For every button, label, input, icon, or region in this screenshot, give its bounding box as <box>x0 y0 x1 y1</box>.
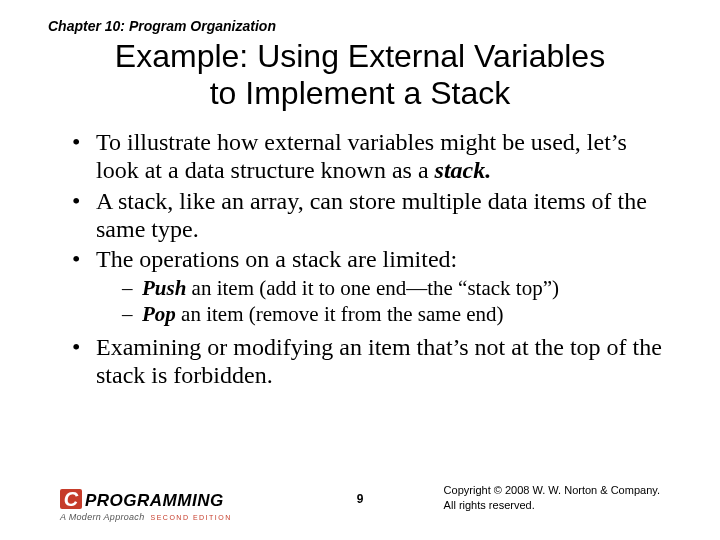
bullet-text: A stack, like an array, can store multip… <box>96 188 647 242</box>
slide-body: To illustrate how external variables mig… <box>68 128 668 392</box>
bullet-emphasis: stack. <box>435 157 492 183</box>
bullet-item: Examining or modifying an item that’s no… <box>68 333 668 390</box>
sub-bullet-list: Push an item (add it to one end—the “sta… <box>96 276 668 328</box>
bullet-text: Examining or modifying an item that’s no… <box>96 334 662 388</box>
sub-bullet-text: an item (add it to one end—the “stack to… <box>186 276 559 300</box>
bullet-item: The operations on a stack are limited: P… <box>68 245 668 327</box>
sub-bullet-item: Pop an item (remove it from the same end… <box>122 302 668 327</box>
sub-bullet-text: an item (remove it from the same end) <box>176 302 504 326</box>
bullet-item: To illustrate how external variables mig… <box>68 128 668 185</box>
bullet-list: To illustrate how external variables mig… <box>68 128 668 390</box>
copyright: Copyright © 2008 W. W. Norton & Company.… <box>444 483 660 512</box>
sub-bullet-emphasis: Pop <box>142 302 176 326</box>
sub-bullet-item: Push an item (add it to one end—the “sta… <box>122 276 668 301</box>
bullet-text: To illustrate how external variables mig… <box>96 129 627 183</box>
slide: Chapter 10: Program Organization Example… <box>0 0 720 540</box>
chapter-label: Chapter 10: Program Organization <box>48 18 276 34</box>
slide-title: Example: Using External Variables to Imp… <box>0 38 720 112</box>
bullet-text: The operations on a stack are limited: <box>96 246 457 272</box>
logo-subtitle: A Modern ApproachSECOND EDITION <box>60 512 232 522</box>
copyright-line-2: All rights reserved. <box>444 499 535 511</box>
copyright-line-1: Copyright © 2008 W. W. Norton & Company. <box>444 484 660 496</box>
sub-bullet-emphasis: Push <box>142 276 186 300</box>
bullet-item: A stack, like an array, can store multip… <box>68 187 668 244</box>
logo-sub-text: A Modern Approach <box>60 512 144 522</box>
slide-footer: C PROGRAMMING A Modern ApproachSECOND ED… <box>0 478 720 528</box>
title-line-2: to Implement a Stack <box>210 75 511 111</box>
logo-edition: SECOND EDITION <box>150 514 231 521</box>
title-line-1: Example: Using External Variables <box>115 38 605 74</box>
